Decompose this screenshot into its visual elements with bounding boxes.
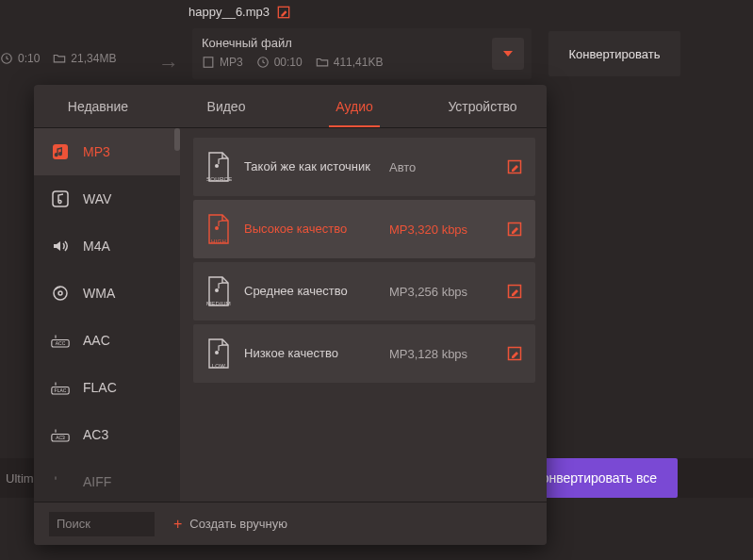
tab-video[interactable]: Видео	[162, 85, 290, 127]
dest-format: MP3	[220, 56, 243, 69]
svg-point-7	[58, 291, 62, 295]
flac-badge-icon: FLAC	[51, 378, 70, 397]
preset-source[interactable]: SOURCE Такой же как источник Авто	[193, 138, 535, 196]
preset-high[interactable]: HIGH Высокое качество MP3,320 kbps	[193, 200, 535, 258]
svg-point-16	[215, 226, 219, 230]
format-dropdown-toggle[interactable]	[492, 38, 524, 70]
search-placeholder: Поиск	[57, 517, 90, 531]
edit-icon[interactable]	[507, 284, 522, 299]
document-medium-icon: MEDIUM	[206, 276, 231, 306]
source-duration-block: 0:10	[0, 52, 40, 65]
dest-duration: 00:10	[274, 56, 303, 69]
sidebar-item-ac3[interactable]: AC3 AC3	[34, 411, 180, 458]
sidebar-item-mp3[interactable]: MP3	[34, 128, 180, 175]
convert-all-label: Конвертировать все	[534, 470, 657, 486]
tab-device[interactable]: Устройство	[418, 85, 547, 127]
aac-badge-icon: ACC	[51, 331, 70, 350]
preset-spec: MP3,320 kbps	[389, 222, 494, 237]
dest-size: 411,41KB	[334, 56, 384, 69]
aiff-badge-icon	[51, 472, 70, 491]
source-size: 21,34MB	[71, 52, 116, 65]
ac3-badge-icon: AC3	[51, 425, 70, 444]
preset-list: SOURCE Такой же как источник Авто HIGH В…	[180, 128, 547, 502]
document-source-icon: SOURCE	[206, 152, 231, 182]
sidebar-item-label: AIFF	[83, 474, 111, 489]
doc-tag: HIGH	[206, 239, 231, 244]
sidebar-item-flac[interactable]: FLAC FLAC	[34, 364, 180, 411]
speaker-icon	[51, 237, 70, 255]
preset-low[interactable]: LOW Низкое качество MP3,128 kbps	[193, 324, 535, 383]
preset-title: Такой же как источник	[244, 159, 376, 174]
file-icon	[202, 56, 215, 69]
edit-icon[interactable]	[507, 222, 522, 237]
sidebar-item-label: WMA	[83, 286, 115, 301]
sidebar-item-label: WAV	[83, 191, 111, 206]
svg-text:AC3: AC3	[56, 435, 65, 440]
svg-text:FLAC: FLAC	[55, 387, 67, 393]
sidebar-item-label: M4A	[83, 239, 110, 254]
clock-icon	[256, 56, 270, 69]
create-manual-button[interactable]: + Создать вручную	[173, 516, 287, 533]
edit-icon[interactable]	[507, 346, 522, 361]
plus-icon: +	[173, 516, 182, 533]
preset-spec: Авто	[389, 160, 494, 174]
format-picker-popup: Недавние Видео Аудио Устройство MP3 WAV	[34, 85, 547, 545]
preset-title: Среднее качество	[244, 284, 376, 299]
music-note-icon	[51, 189, 70, 208]
sidebar-item-label: FLAC	[83, 380, 117, 395]
folder-icon	[316, 56, 329, 69]
sidebar-item-aiff[interactable]: AIFF	[34, 458, 180, 502]
svg-text:ACC: ACC	[56, 340, 66, 346]
svg-point-14	[215, 164, 219, 168]
format-sidebar: MP3 WAV M4A WMA	[34, 128, 180, 502]
source-duration: 0:10	[18, 52, 40, 65]
edit-icon[interactable]	[507, 159, 522, 174]
document-low-icon: LOW	[206, 338, 231, 369]
preset-medium[interactable]: MEDIUM Среднее качество MP3,256 kbps	[193, 262, 535, 321]
tab-recent[interactable]: Недавние	[34, 85, 162, 127]
preset-title: Высокое качество	[244, 222, 376, 237]
convert-button[interactable]: Конвертировать	[548, 31, 680, 76]
doc-tag: MEDIUM	[206, 301, 231, 306]
scrollbar[interactable]	[174, 128, 180, 151]
destination-panel: Конечный файл MP3 00:10 411,41KB	[192, 28, 532, 79]
chevron-down-icon	[503, 51, 513, 57]
svg-rect-2	[204, 58, 213, 68]
music-note-icon	[51, 142, 70, 161]
tab-video-label: Видео	[207, 99, 246, 114]
tab-audio-label: Аудио	[336, 99, 373, 114]
preset-title: Низкое качество	[244, 346, 376, 361]
top-tabs: Недавние Видео Аудио Устройство	[34, 85, 547, 128]
svg-point-18	[215, 288, 219, 292]
sidebar-item-m4a[interactable]: M4A	[34, 222, 180, 270]
arrow-right-icon: →	[158, 52, 179, 76]
sidebar-item-label: MP3	[83, 144, 110, 159]
clock-icon	[0, 52, 13, 65]
svg-rect-5	[53, 191, 68, 206]
convert-button-label: Конвертировать	[568, 47, 660, 61]
document-high-icon: HIGH	[206, 214, 231, 244]
create-manual-label: Создать вручную	[189, 517, 287, 531]
sidebar-item-label: AAC	[83, 333, 110, 348]
preset-spec: MP3,128 kbps	[389, 347, 494, 361]
popup-footer: Поиск + Создать вручную	[34, 502, 547, 545]
source-size-block: 21,34MB	[53, 52, 116, 65]
svg-rect-4	[53, 144, 68, 159]
dest-title: Конечный файл	[202, 36, 522, 50]
tab-device-label: Устройство	[448, 99, 516, 114]
tab-audio[interactable]: Аудио	[290, 85, 418, 127]
sidebar-item-aac[interactable]: ACC AAC	[34, 317, 180, 364]
folder-icon	[53, 52, 66, 65]
search-input[interactable]: Поиск	[49, 512, 155, 536]
doc-tag: LOW	[206, 363, 231, 369]
doc-tag: SOURCE	[206, 176, 231, 182]
edit-icon[interactable]	[277, 6, 290, 19]
tab-recent-label: Недавние	[68, 99, 128, 114]
sidebar-item-wav[interactable]: WAV	[34, 175, 180, 222]
preset-spec: MP3,256 kbps	[389, 285, 494, 299]
sidebar-item-wma[interactable]: WMA	[34, 270, 180, 317]
sidebar-item-label: AC3	[83, 427, 108, 442]
source-filename: happy__6.mp3	[188, 5, 270, 19]
svg-point-20	[215, 351, 219, 354]
disc-icon	[51, 284, 70, 303]
